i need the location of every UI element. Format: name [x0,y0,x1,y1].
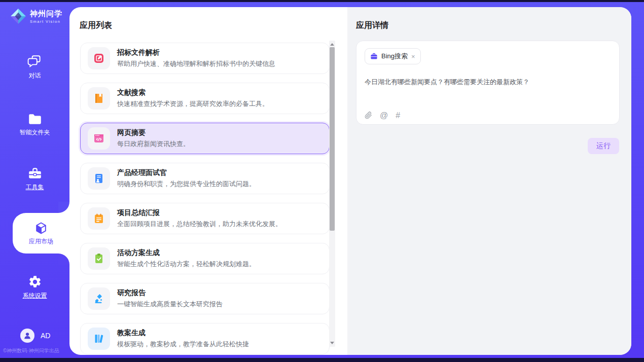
brand-logo: 神州问学 Smart Vision [10,8,62,24]
tag-close-icon[interactable]: × [411,53,415,60]
app-item-title: 活动方案生成 [117,248,256,258]
app-detail-title: 应用详情 [356,20,388,31]
brand-tagline: Smart Vision [30,19,62,24]
app-detail-panel: 应用详情 Bing搜索 × 今日湖北有哪些新闻要点？有哪些需要关注的最新政策？ [347,7,631,355]
app-list-item-tender[interactable]: 招标文件解析 帮助用户快速、准确地理解和解析招标书中的关键信息 [80,43,330,74]
app-list-scrollbar[interactable] [329,41,335,347]
app-item-desc: 模板驱动，教案秒成，教学准备从此轻松快捷 [117,340,249,349]
user-account[interactable]: AD [20,329,50,343]
sidebar-item-label: 智能文件夹 [20,128,50,137]
interviewer-icon [88,167,110,190]
microscope-icon [88,287,110,310]
browser-code-icon [88,127,110,150]
scroll-down-icon[interactable] [330,342,334,344]
scrollbar-thumb[interactable] [330,47,335,231]
topic-icon[interactable]: # [396,112,400,120]
app-item-desc: 全面回顾项目进展，总结经验教训，助力未来优化发展。 [117,220,282,229]
cube-icon [34,221,48,235]
sidebar-item-chat[interactable]: 对话 [0,55,69,80]
app-item-title: 产品经理面试官 [117,168,256,177]
sidebar-item-label: 系统设置 [23,292,47,300]
scroll-up-icon[interactable] [330,43,334,46]
toolbox-icon [27,166,43,180]
app-list-item-literature[interactable]: 文献搜索 快速精准查找学术资源，提高研究效率的必备工具。 [80,83,330,114]
active-tab-top-curve [58,202,69,213]
app-list-item-pm-interviewer[interactable]: 产品经理面试官 明确身份和职责，为您提供专业性的面试问题。 [80,163,330,194]
copyright-text: ©神州数码·神州问学出品 [3,347,69,354]
app-window: 神州问学 Smart Vision 对话 智能文件夹 工具 [0,2,644,358]
sidebar: 神州问学 Smart Vision 对话 智能文件夹 工具 [0,2,69,358]
sidebar-item-toolset[interactable]: 工具集 [0,166,69,192]
mention-icon[interactable]: @ [380,112,388,120]
app-item-title: 教案生成 [117,329,249,338]
person-icon [23,331,32,340]
brand-name: 神州问学 [30,9,62,19]
notepad-icon [88,207,110,230]
avatar [20,329,34,343]
app-list: 招标文件解析 帮助用户快速、准确地理解和解析招标书中的关键信息 文献搜索 [80,43,330,354]
app-item-desc: 快速精准查找学术资源，提高研究效率的必备工具。 [117,99,269,108]
clipboard-check-icon [88,247,110,270]
app-item-title: 研究报告 [117,288,223,298]
app-list-title: 应用列表 [80,20,112,31]
run-button[interactable]: 运行 [588,138,619,154]
diamond-logo-icon [10,8,26,24]
query-text[interactable]: 今日湖北有哪些新闻要点？有哪些需要关注的最新政策？ [365,78,608,87]
query-composer[interactable]: Bing搜索 × 今日湖北有哪些新闻要点？有哪些需要关注的最新政策？ @ # [356,41,620,125]
composer-toolbar: @ # [365,111,400,120]
app-list-panel: 应用列表 招标文件解析 帮助用户快速、准确地理解和解析招标书中的关键信息 [69,7,347,355]
app-item-desc: 智能生成个性化活动方案，轻松解决规划难题。 [117,260,256,269]
sidebar-item-label: 工具集 [26,183,44,192]
app-item-title: 网页摘要 [117,128,190,137]
app-item-desc: 每日政府新闻资讯快查。 [117,139,190,149]
app-list-item-project-summary[interactable]: 项目总结汇报 全面回顾项目进展，总结经验教训，助力未来优化发展。 [80,203,330,234]
active-tab-bottom-curve [58,254,69,265]
sidebar-item-settings[interactable]: 系统设置 [0,275,69,300]
app-list-item-web-summary[interactable]: 网页摘要 每日政府新闻资讯快查。 [80,123,330,154]
main-content: 应用列表 招标文件解析 帮助用户快速、准确地理解和解析招标书中的关键信息 [69,7,631,355]
app-list-item-lesson-plan[interactable]: 教案生成 模板驱动，教案秒成，教学准备从此轻松快捷 [80,323,330,354]
tool-tag-bing-search[interactable]: Bing搜索 × [365,48,421,64]
app-item-desc: 明确身份和职责，为您提供专业性的面试问题。 [117,179,256,189]
books-icon [88,328,110,350]
app-item-title: 项目总结汇报 [117,208,282,218]
tool-tag-label: Bing搜索 [381,52,408,61]
app-item-title: 招标文件解析 [117,48,275,57]
edit-document-icon [88,47,110,69]
book-icon [88,87,110,110]
app-item-desc: 帮助用户快速、准确地理解和解析招标书中的关键信息 [117,59,275,68]
briefcase-icon [370,53,378,60]
sidebar-item-label: 应用市场 [29,237,53,246]
user-initials: AD [41,332,50,340]
app-list-item-activity-plan[interactable]: 活动方案生成 智能生成个性化活动方案，轻松解决规划难题。 [80,243,330,274]
app-list-item-research-report[interactable]: 研究报告 一键智能生成高质量长文本研究报告 [80,283,330,314]
sidebar-item-app-market[interactable]: 应用市场 [13,213,69,254]
sidebar-item-label: 对话 [29,71,41,80]
app-item-title: 文献搜索 [117,88,269,97]
folder-icon [27,113,43,126]
app-item-desc: 一键智能生成高质量长文本研究报告 [117,300,223,309]
gear-icon [28,275,42,289]
chat-icon [27,55,43,69]
attachment-icon[interactable] [365,111,372,120]
sidebar-item-smart-folder[interactable]: 智能文件夹 [0,113,69,137]
